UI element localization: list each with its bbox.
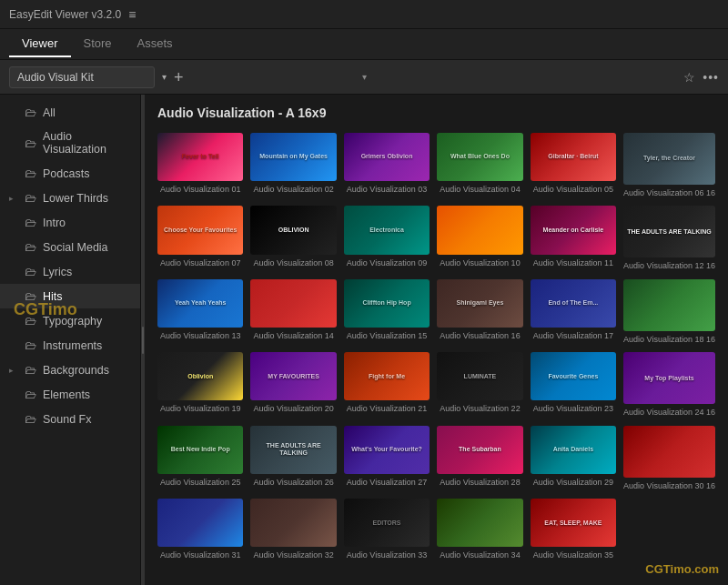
sidebar-item-all[interactable]: 🗁All — [0, 100, 140, 125]
grid-item-label: Audio Visualization 32 — [250, 550, 336, 561]
sidebar-item-podcasts[interactable]: 🗁Podcasts — [0, 161, 140, 186]
sidebar-item-sound-fx[interactable]: 🗁Sound Fx — [0, 407, 140, 431]
grid-item[interactable]: Audio Visualization 30 16 — [623, 426, 715, 491]
grid-item[interactable]: Shinigami EyesAudio Visualization 16 — [437, 279, 522, 345]
sidebar-item-typography[interactable]: 🗁Typography — [0, 308, 140, 333]
grid-item[interactable]: Audio Visualization 31 — [157, 499, 243, 561]
grid-item-label: Audio Visualization 33 — [344, 550, 430, 561]
grid-item-label: Audio Visualization 19 — [157, 404, 243, 415]
grid-item[interactable]: MY FAVOURITESAudio Visualization 20 — [250, 352, 336, 418]
grid-item-label: Audio Visualization 15 — [344, 331, 430, 342]
sidebar-item-lyrics[interactable]: 🗁Lyrics — [0, 259, 140, 284]
tab-assets[interactable]: Assets — [125, 31, 186, 57]
grid-item-label: Audio Visualization 23 — [531, 404, 616, 415]
sidebar-item-label: Lyrics — [43, 266, 131, 278]
content-title: Audio Visualization - A 16x9 — [157, 106, 715, 120]
grid-item[interactable]: LUMINATEAudio Visualization 22 — [437, 352, 522, 418]
grid-item[interactable]: Best New Indie PopAudio Visualization 25 — [157, 426, 243, 491]
sidebar-item-instruments[interactable]: 🗁Instruments — [0, 333, 140, 358]
grid-item[interactable]: Choose Your FavouritesAudio Visualizatio… — [157, 206, 243, 271]
grid-item[interactable]: Gibraltar · BeirutAudio Visualization 05 — [531, 133, 616, 198]
grid-item-label: Audio Visualization 03 — [344, 185, 430, 196]
folder-icon: 🗁 — [25, 363, 36, 377]
sidebar-item-backgrounds[interactable]: ▸🗁Backgrounds — [0, 358, 140, 382]
grid-item[interactable]: ElectronicaAudio Visualization 09 — [344, 206, 430, 271]
grid-item[interactable]: Fever to TellAudio Visualization 01 — [157, 133, 243, 198]
folder-icon: 🗁 — [25, 191, 36, 205]
grid-item[interactable]: Fight for MeAudio Visualization 21 — [344, 352, 430, 418]
folder-icon: 🗁 — [25, 289, 36, 303]
grid-item[interactable]: Favourite GenesAudio Visualization 23 — [531, 352, 616, 418]
grid-item-label: Audio Visualization 18 16 — [623, 335, 715, 346]
chevron-icon: ▸ — [9, 194, 18, 203]
menu-icon[interactable]: ≡ — [128, 7, 136, 22]
grid-item[interactable]: Audio Visualization 32 — [250, 499, 336, 561]
grid-item[interactable]: Audio Visualization 10 — [437, 206, 522, 271]
grid-item[interactable]: THE ADULTS ARE TALKINGAudio Visualizatio… — [250, 426, 336, 491]
grid-item[interactable]: Audio Visualization 18 16 — [623, 279, 715, 345]
folder-icon: 🗁 — [25, 265, 36, 278]
grid-item-label: Audio Visualization 24 16 — [623, 408, 715, 419]
grid-item[interactable]: What's Your Favourite?Audio Visualizatio… — [344, 426, 430, 491]
grid-item-label: Audio Visualization 28 — [437, 478, 522, 489]
grid-item-label: Audio Visualization 29 — [531, 478, 616, 489]
grid-item[interactable]: Mountain on My GatesAudio Visualization … — [250, 133, 336, 198]
grid-item-label: Audio Visualization 34 — [437, 550, 522, 561]
grid-item-label: Audio Visualization 31 — [157, 550, 243, 561]
grid-item[interactable]: The SubarbanAudio Visualization 28 — [437, 426, 522, 491]
grid-item-label: Audio Visualization 04 — [437, 185, 522, 196]
sidebar-item-hits[interactable]: 🗁Hits — [0, 284, 140, 308]
tab-store[interactable]: Store — [71, 31, 125, 57]
grid-item[interactable]: THE ADULTS ARE TALKINGAudio Visualizatio… — [623, 206, 715, 271]
more-options-button[interactable]: ••• — [703, 70, 719, 85]
grid-item[interactable]: Audio Visualization 14 — [250, 279, 336, 345]
grid-item[interactable]: Anita DanielsAudio Visualization 29 — [531, 426, 616, 491]
sidebar-item-elements[interactable]: 🗁Elements — [0, 382, 140, 407]
tab-viewer[interactable]: Viewer — [9, 31, 71, 57]
sidebar-item-intro[interactable]: 🗁Intro — [0, 210, 140, 235]
grid-item-label: Audio Visualization 14 — [250, 331, 336, 342]
grid-item-label: Audio Visualization 16 — [437, 331, 522, 342]
folder-icon: 🗁 — [25, 106, 36, 119]
sidebar-item-social-media[interactable]: 🗁Social Media — [0, 235, 140, 259]
app-title: EasyEdit Viewer v3.2.0 — [9, 8, 121, 21]
grid-item[interactable]: Tyler, the CreatorAudio Visualization 06… — [623, 133, 715, 198]
grid-item[interactable]: Audio Visualization 34 — [437, 499, 522, 561]
grid-item[interactable]: EAT, SLEEP, MAKEAudio Visualization 35 — [531, 499, 616, 561]
sidebar-item-lower-thirds[interactable]: ▸🗁Lower Thirds — [0, 186, 140, 210]
sidebar-item-label: Podcasts — [43, 167, 131, 180]
grid-item[interactable]: Cliffton Hip HopAudio Visualization 15 — [344, 279, 430, 345]
grid-item[interactable]: Meander on CarlisleAudio Visualization 1… — [531, 206, 616, 271]
collection-select[interactable]: Audio Visual Kit — [9, 66, 155, 88]
add-collection-button[interactable]: + — [174, 69, 184, 86]
grid-item-label: Audio Visualization 06 16 — [623, 188, 715, 199]
grid-item-label: Audio Visualization 35 — [531, 550, 616, 561]
grid-item-label: Audio Visualization 05 — [531, 185, 616, 196]
sidebar-item-label: Audio Visualization — [43, 130, 131, 156]
grid-item-label: Audio Visualization 25 — [157, 478, 243, 489]
grid-item[interactable]: Grimers OblivionAudio Visualization 03 — [344, 133, 430, 198]
toolbar: Audio Visual Kit ▾ + ▾ ☆ ••• — [0, 60, 728, 95]
resize-handle[interactable] — [141, 95, 145, 585]
grid-item-label: Audio Visualization 02 — [250, 185, 336, 196]
grid-item[interactable]: What Blue Ones DoAudio Visualization 04 — [437, 133, 522, 198]
grid-item[interactable]: My Top PlaylistsAudio Visualization 24 1… — [623, 352, 715, 418]
grid-item[interactable]: OblivionAudio Visualization 19 — [157, 352, 243, 418]
tabbar: Viewer Store Assets — [0, 29, 728, 60]
toolbar-chevron-down: ▾ — [362, 72, 367, 82]
sidebar: 🗁All🗁Audio Visualization🗁Podcasts▸🗁Lower… — [0, 95, 141, 585]
sidebar-item-label: Social Media — [43, 241, 131, 254]
grid-item[interactable]: End of The Em...Audio Visualization 17 — [531, 279, 616, 345]
grid-item-label: Audio Visualization 10 — [437, 258, 522, 269]
grid-item-label: Audio Visualization 09 — [344, 258, 430, 269]
content-grid: Fever to TellAudio Visualization 01Mount… — [157, 133, 715, 561]
favorite-button[interactable]: ☆ — [683, 70, 695, 85]
chevron-icon: ▸ — [9, 366, 18, 375]
grid-item[interactable]: EDITORSAudio Visualization 33 — [344, 499, 430, 561]
grid-item-label: Audio Visualization 27 — [344, 478, 430, 489]
sidebar-item-label: Elements — [43, 388, 131, 401]
grid-item[interactable]: Yeah Yeah YeahsAudio Visualization 13 — [157, 279, 243, 345]
grid-item[interactable]: OBLIVIONAudio Visualization 08 — [250, 206, 336, 271]
sidebar-item-audio-visualization[interactable]: 🗁Audio Visualization — [0, 125, 140, 161]
grid-item-label: Audio Visualization 12 16 — [623, 261, 715, 272]
